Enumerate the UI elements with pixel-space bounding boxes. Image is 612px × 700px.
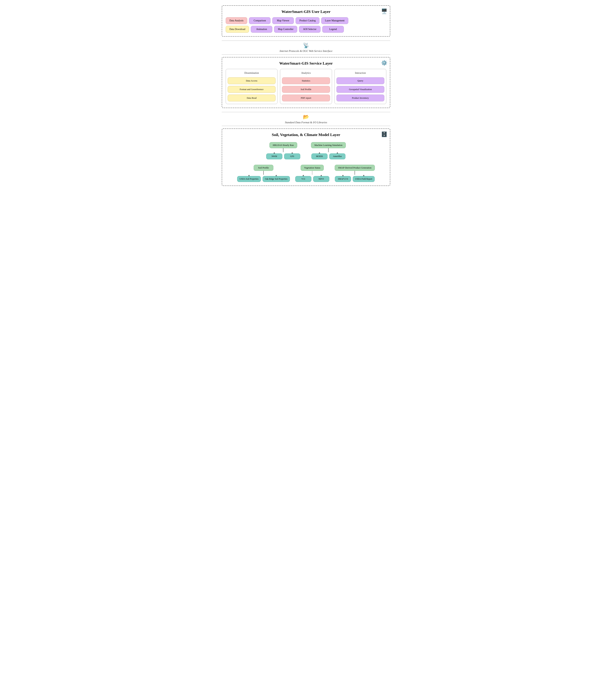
user-btn-legend[interactable]: Legend [322,26,344,33]
tree-parent-node: Vegetation Status [301,165,324,171]
tree-child-node: MODIS [311,153,328,159]
tree-parent-node: Machine Learning Simulation [311,142,346,148]
tree-group: HRLDAS Hourly RunNWMGFS [266,142,300,159]
user-btn-map-controller[interactable]: Map Controller [274,26,297,33]
model-layer-icon: 🗄️ [381,131,387,137]
service-btn-query[interactable]: Query [336,77,384,84]
service-btn-data-read[interactable]: Data Read [228,95,276,102]
tree-child-wrap: MODIS [311,152,328,159]
tree-child-node: SMAP LV4 [335,176,351,182]
model-content: HRLDAS Hourly RunNWMGFSMachine Learning … [226,140,386,182]
tree-children: VCINDVI [295,175,329,182]
service-column-interaction: InteractionQueryGeospatial Visualization… [334,69,386,104]
tree-parent-node: SMAP-Derived Product Generation [335,165,375,171]
user-btn-map-viewer[interactable]: Map Viewer [272,17,294,24]
tree-group: Machine Learning SimulationMODISAmeriflu… [311,142,346,159]
tree-child-wrap: Ameriflux [329,152,345,159]
service-btn-geospatial-visualization[interactable]: Geospatial Visualization [336,86,384,93]
user-layer-box: 🖥️ WaterSmart-GIS User Layer Data Analys… [222,5,390,37]
model-layer-box: 🗄️ Soil, Vegetation, & Climate Model Lay… [222,129,390,186]
tree-child-wrap: NWM [266,152,282,159]
internet-text: Internet Protocols & OGC Web Service Int… [280,50,333,53]
service-column-analytics: AnalyticsStatisticsSoil ProfilePDF repor… [280,69,332,104]
tree-child-node: NWM [266,153,282,159]
service-column-title: Interaction [355,71,366,75]
service-btn-product-inventory[interactable]: Product Inventory [336,95,384,102]
tree-child-node: Oak Ridge Soil Properties [263,176,290,182]
tree-group: SMAP-Derived Product GenerationSMAP LV4U… [335,165,375,182]
service-layer-box: ⚙️ WaterSmart-GIS Service Layer Dissemin… [222,57,390,108]
tree-child-node: NDVI [313,176,329,182]
tree-child-node: Ameriflux [329,153,345,159]
tree-child-wrap: VCI [295,175,311,182]
user-btn-layer-management[interactable]: Layer Management [321,17,348,24]
tree-child-node: VCI [295,176,311,182]
tree-child-wrap: USDA Soil Properties [237,175,261,182]
tree-child-wrap: USDA Field Report [353,175,375,182]
tree-group: Vegetation StatusVCINDVI [295,165,329,182]
internet-icon: 📡 [303,42,309,49]
service-layer-icon: ⚙️ [381,60,387,66]
user-layer-icon: 🖥️ [381,8,387,14]
tree-child-wrap: SMAP LV4 [335,175,351,182]
user-layer-row2: Data DownloadAnimationMap ControllerAOI … [226,26,386,33]
user-btn-data-analysis[interactable]: Data Analysis [226,17,247,24]
user-layer-row1: Data AnalysisComparisonMap ViewerProduct… [226,17,386,24]
service-btn-statistics[interactable]: Statistics [282,77,330,84]
separator-data-format: 📂 Standard Data Format & I/O Libraries [222,108,390,129]
tree-child-wrap: NDVI [313,175,329,182]
service-btn-pdf-report[interactable]: PDF report [282,95,330,102]
tree-child-node: USDA Soil Properties [237,176,261,182]
user-btn-product-catalog[interactable]: Product Catalog [296,17,319,24]
service-column-title: Dissemination [244,71,259,75]
tree-children: SMAP LV4USDA Field Report [335,175,375,182]
service-btn-data-access[interactable]: Data Access [228,77,276,84]
service-btn-format-and-georeference[interactable]: Format and Georeference [228,86,276,93]
service-btn-soil-profile[interactable]: Soil Profile [282,86,330,93]
user-btn-aoi-selector[interactable]: AOI Selector [299,26,321,33]
service-column-title: Analytics [301,71,311,75]
tree-child-node: GFS [284,153,300,159]
tree-children: NWMGFS [266,152,300,159]
user-layer-title: WaterSmart-GIS User Layer [226,9,386,14]
user-btn-data-download[interactable]: Data Download [226,26,249,33]
tree-children: MODISAmeriflux [311,152,345,159]
tree-child-wrap: Oak Ridge Soil Properties [263,175,290,182]
user-btn-animation[interactable]: Animation [251,26,272,33]
service-column-dissemination: DisseminationData AccessFormat and Geore… [226,69,278,104]
service-layer-title: WaterSmart-GIS Service Layer [226,61,386,66]
separator-internet: 📡 Internet Protocols & OGC Web Service I… [222,37,390,57]
model-layer-title: Soil, Vegetation, & Climate Model Layer [226,132,386,137]
user-btn-comparison[interactable]: Comparison [249,17,270,24]
data-format-icon: 📂 [303,114,309,120]
tree-group: Soil ProfileUSDA Soil PropertiesOak Ridg… [237,165,290,182]
tree-child-wrap: GFS [284,152,300,159]
model-bottom-trees: Soil ProfileUSDA Soil PropertiesOak Ridg… [226,165,386,182]
tree-children: USDA Soil PropertiesOak Ridge Soil Prope… [237,175,290,182]
tree-parent-node: HRLDAS Hourly Run [269,142,297,148]
tree-parent-node: Soil Profile [254,165,273,171]
data-format-text: Standard Data Format & I/O Libraries [285,121,327,124]
tree-child-node: USDA Field Report [353,176,375,182]
model-top-trees: HRLDAS Hourly RunNWMGFSMachine Learning … [226,142,386,159]
service-columns: DisseminationData AccessFormat and Geore… [226,69,386,104]
